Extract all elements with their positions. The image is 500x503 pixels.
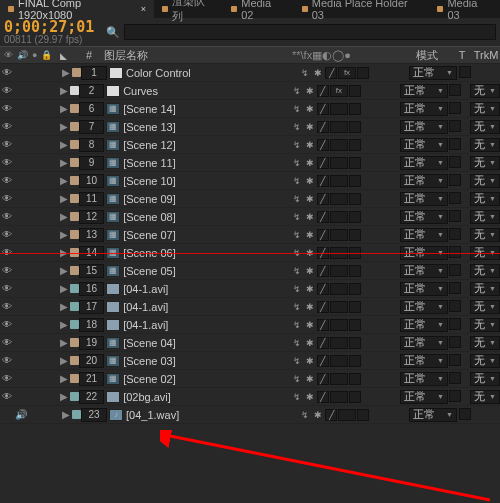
trackmatte-dropdown[interactable]: 无▼: [470, 390, 500, 404]
layer-name[interactable]: [04-1.avi]: [123, 301, 168, 313]
layer-row[interactable]: 👁 ▶ 20 ▦ [Scene 03] ↯ ✱ ╱ 正常▼ 无▼: [0, 352, 500, 370]
layer-row[interactable]: 👁 ▶ 12 ▦ [Scene 08] ↯ ✱ ╱ 正常▼ 无▼: [0, 208, 500, 226]
quality-switch[interactable]: ╱: [317, 355, 329, 367]
adjustment-switch[interactable]: [375, 193, 387, 205]
video-toggle[interactable]: 👁: [1, 193, 13, 205]
solo-toggle[interactable]: [29, 85, 41, 97]
video-toggle[interactable]: 👁: [1, 301, 13, 313]
preserve-transparency[interactable]: [449, 390, 461, 402]
motionblur-switch[interactable]: [362, 85, 374, 97]
frameblend-switch[interactable]: [349, 85, 361, 97]
twirl-icon[interactable]: ▶: [58, 283, 70, 295]
shy-switch[interactable]: ↯: [291, 247, 303, 259]
preserve-transparency[interactable]: [449, 210, 461, 222]
quality-switch[interactable]: ╱: [317, 85, 329, 97]
shy-switch[interactable]: ↯: [291, 211, 303, 223]
quality-switch[interactable]: ╱: [317, 121, 329, 133]
fx-switch[interactable]: [330, 121, 348, 133]
solo-toggle[interactable]: [29, 301, 41, 313]
layer-name[interactable]: [Scene 09]: [123, 193, 176, 205]
shy-switch[interactable]: ↯: [291, 103, 303, 115]
blend-mode-dropdown[interactable]: 正常▼: [400, 156, 448, 170]
quality-switch[interactable]: ╱: [317, 265, 329, 277]
adjustment-switch[interactable]: [375, 247, 387, 259]
layer-name[interactable]: [04-1.avi]: [123, 283, 168, 295]
quality-switch[interactable]: ╱: [317, 157, 329, 169]
search-icon[interactable]: 🔍: [106, 26, 120, 39]
quality-switch[interactable]: ╱: [317, 337, 329, 349]
audio-toggle[interactable]: [15, 337, 27, 349]
fx-switch[interactable]: fx: [330, 85, 348, 97]
audio-toggle[interactable]: [15, 139, 27, 151]
collapse-switch[interactable]: ✱: [312, 67, 324, 79]
frameblend-switch[interactable]: [349, 139, 361, 151]
solo-toggle[interactable]: [29, 319, 41, 331]
audio-toggle[interactable]: [15, 301, 27, 313]
layer-row[interactable]: 👁 ▶ 9 ▦ [Scene 11] ↯ ✱ ╱ 正常▼ 无▼: [0, 154, 500, 172]
frameblend-switch[interactable]: [349, 373, 361, 385]
twirl-icon[interactable]: ▶: [58, 301, 70, 313]
lock-toggle[interactable]: [43, 265, 55, 277]
3d-switch[interactable]: [396, 67, 408, 79]
preserve-transparency[interactable]: [449, 354, 461, 366]
frameblend-switch[interactable]: [349, 391, 361, 403]
solo-toggle[interactable]: [29, 211, 41, 223]
shy-switch[interactable]: ↯: [291, 121, 303, 133]
label-color[interactable]: [70, 140, 79, 149]
audio-toggle[interactable]: [15, 373, 27, 385]
motionblur-switch[interactable]: [362, 229, 374, 241]
collapse-switch[interactable]: ✱: [304, 301, 316, 313]
3d-switch[interactable]: [388, 139, 400, 151]
layer-name[interactable]: [Scene 03]: [123, 355, 176, 367]
adjustment-switch[interactable]: [375, 391, 387, 403]
video-toggle[interactable]: 👁: [1, 85, 13, 97]
blend-mode-dropdown[interactable]: 正常▼: [400, 174, 448, 188]
label-color[interactable]: [70, 338, 79, 347]
collapse-switch[interactable]: ✱: [304, 247, 316, 259]
blend-mode-dropdown[interactable]: 正常▼: [400, 84, 448, 98]
collapse-switch[interactable]: ✱: [304, 85, 316, 97]
layer-row[interactable]: 👁 ▶ 8 ▦ [Scene 12] ↯ ✱ ╱ 正常▼ 无▼: [0, 136, 500, 154]
adjustment-switch[interactable]: [375, 121, 387, 133]
preserve-transparency[interactable]: [449, 84, 461, 96]
twirl-icon[interactable]: ▶: [58, 103, 70, 115]
lock-toggle[interactable]: [43, 247, 55, 259]
lock-toggle[interactable]: [43, 193, 55, 205]
motionblur-switch[interactable]: [362, 157, 374, 169]
motionblur-switch[interactable]: [370, 67, 382, 79]
blend-mode-dropdown[interactable]: 正常▼: [400, 102, 448, 116]
collapse-switch[interactable]: ✱: [304, 193, 316, 205]
blend-mode-dropdown[interactable]: 正常▼: [400, 390, 448, 404]
lock-toggle[interactable]: [43, 283, 55, 295]
twirl-icon[interactable]: ▶: [58, 373, 70, 385]
layer-row[interactable]: 👁 ▶ 10 ▦ [Scene 10] ↯ ✱ ╱ 正常▼ 无▼: [0, 172, 500, 190]
solo-toggle[interactable]: [29, 391, 41, 403]
blend-mode-dropdown[interactable]: 正常▼: [400, 300, 448, 314]
twirl-icon[interactable]: ▶: [58, 355, 70, 367]
collapse-switch[interactable]: ✱: [304, 391, 316, 403]
3d-switch[interactable]: [388, 265, 400, 277]
adjustment-switch[interactable]: [375, 157, 387, 169]
label-color[interactable]: [70, 158, 79, 167]
adjustment-switch[interactable]: [375, 229, 387, 241]
adjustment-switch[interactable]: [375, 319, 387, 331]
layer-name[interactable]: [Scene 12]: [123, 139, 176, 151]
fx-switch[interactable]: [330, 193, 348, 205]
twirl-icon[interactable]: ▶: [58, 139, 70, 151]
3d-switch[interactable]: [388, 319, 400, 331]
audio-toggle[interactable]: [15, 103, 27, 115]
label-color[interactable]: [70, 122, 79, 131]
solo-toggle[interactable]: [29, 193, 41, 205]
collapse-switch[interactable]: ✱: [304, 355, 316, 367]
layer-row[interactable]: 👁 ▶ 19 ▦ [Scene 04] ↯ ✱ ╱ 正常▼ 无▼: [0, 334, 500, 352]
layer-row[interactable]: 👁 ▶ 22 [02bg.avi] ↯ ✱ ╱ 正常▼ 无▼: [0, 388, 500, 406]
motionblur-switch[interactable]: [362, 337, 374, 349]
trackmatte-dropdown[interactable]: 无▼: [470, 318, 500, 332]
shy-switch[interactable]: ↯: [291, 157, 303, 169]
label-color[interactable]: [70, 230, 79, 239]
label-color[interactable]: [70, 248, 79, 257]
frameblend-switch[interactable]: [357, 67, 369, 79]
frameblend-switch[interactable]: [349, 337, 361, 349]
blend-mode-dropdown[interactable]: 正常▼: [409, 408, 457, 422]
video-toggle[interactable]: 👁: [1, 319, 13, 331]
